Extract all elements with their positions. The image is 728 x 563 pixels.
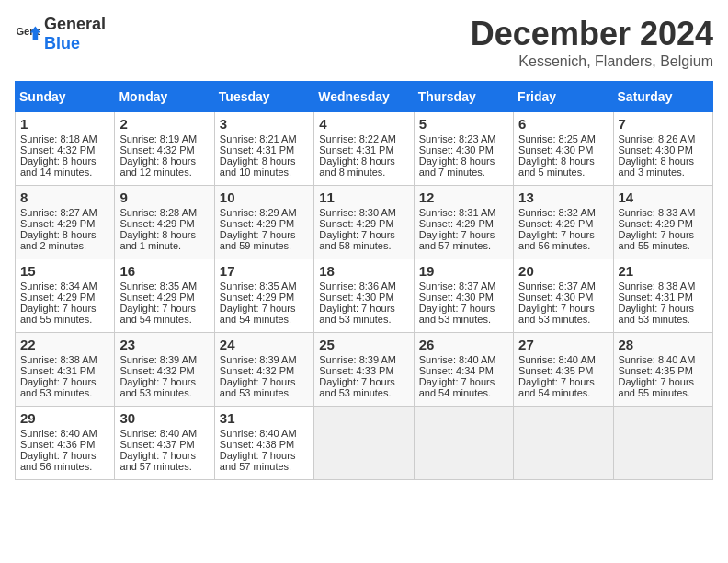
daylight-text: Daylight: 7 hours and 57 minutes. [119, 450, 196, 472]
sunset-text: Sunset: 4:30 PM [518, 292, 593, 303]
title-area: December 2024 Kessenich, Flanders, Belgi… [471, 15, 713, 70]
sunrise-text: Sunrise: 8:35 AM [119, 281, 197, 292]
sunrise-text: Sunrise: 8:27 AM [20, 207, 97, 218]
day-number: 24 [220, 337, 309, 352]
day-number: 14 [619, 190, 708, 205]
calendar-cell: 16Sunrise: 8:35 AMSunset: 4:29 PMDayligh… [115, 259, 214, 333]
calendar-cell: 14Sunrise: 8:33 AMSunset: 4:29 PMDayligh… [613, 186, 712, 259]
daylight-text: Daylight: 8 hours and 10 minutes. [220, 155, 296, 178]
day-number: 12 [419, 190, 508, 205]
sunset-text: Sunset: 4:30 PM [319, 292, 393, 303]
sunset-text: Sunset: 4:30 PM [619, 144, 693, 155]
day-number: 4 [319, 116, 408, 132]
day-number: 7 [619, 116, 708, 132]
day-number: 2 [119, 116, 209, 132]
sunset-text: Sunset: 4:29 PM [220, 218, 294, 229]
calendar-cell: 11Sunrise: 8:30 AMSunset: 4:29 PMDayligh… [314, 186, 414, 259]
sunrise-text: Sunrise: 8:21 AM [220, 133, 297, 144]
weekday-header: Tuesday [214, 82, 313, 112]
calendar-cell [314, 407, 414, 480]
calendar-cell: 20Sunrise: 8:37 AMSunset: 4:30 PMDayligh… [514, 259, 613, 333]
day-number: 6 [518, 116, 608, 132]
sunset-text: Sunset: 4:31 PM [619, 292, 693, 303]
calendar-cell [414, 407, 513, 480]
day-number: 28 [619, 337, 708, 352]
sunrise-text: Sunrise: 8:33 AM [619, 207, 696, 218]
sunset-text: Sunset: 4:29 PM [119, 218, 194, 229]
calendar-cell: 22Sunrise: 8:38 AMSunset: 4:31 PMDayligh… [16, 333, 115, 407]
sunset-text: Sunset: 4:29 PM [518, 218, 593, 229]
daylight-text: Daylight: 7 hours and 55 minutes. [20, 303, 97, 325]
weekday-header: Friday [514, 82, 613, 112]
weekday-header: Sunday [16, 82, 115, 112]
sunrise-text: Sunrise: 8:37 AM [518, 281, 596, 292]
day-number: 16 [119, 263, 209, 279]
daylight-text: Daylight: 7 hours and 54 minutes. [119, 303, 196, 325]
main-title: December 2024 [471, 15, 713, 53]
sunset-text: Sunset: 4:34 PM [419, 365, 494, 376]
day-number: 13 [518, 190, 608, 205]
calendar-cell [613, 407, 712, 480]
daylight-text: Daylight: 7 hours and 53 minutes. [619, 303, 695, 325]
sunrise-text: Sunrise: 8:26 AM [619, 133, 696, 144]
day-number: 30 [119, 410, 209, 426]
daylight-text: Daylight: 7 hours and 54 minutes. [419, 376, 495, 398]
calendar-week-row: 1Sunrise: 8:18 AMSunset: 4:32 PMDaylight… [16, 112, 713, 186]
daylight-text: Daylight: 8 hours and 14 minutes. [20, 155, 97, 178]
sunset-text: Sunset: 4:30 PM [518, 144, 593, 155]
calendar-cell: 3Sunrise: 8:21 AMSunset: 4:31 PMDaylight… [214, 112, 313, 186]
daylight-text: Daylight: 7 hours and 54 minutes. [518, 376, 595, 398]
logo: General General Blue [15, 15, 106, 53]
calendar-cell: 8Sunrise: 8:27 AMSunset: 4:29 PMDaylight… [16, 186, 115, 259]
calendar-cell: 15Sunrise: 8:34 AMSunset: 4:29 PMDayligh… [16, 259, 115, 333]
calendar-cell: 7Sunrise: 8:26 AMSunset: 4:30 PMDaylight… [613, 112, 712, 186]
calendar-week-row: 15Sunrise: 8:34 AMSunset: 4:29 PMDayligh… [16, 259, 713, 333]
day-number: 5 [419, 116, 508, 132]
day-number: 25 [319, 337, 408, 352]
day-number: 18 [319, 263, 408, 279]
day-number: 3 [220, 116, 309, 132]
calendar-cell: 24Sunrise: 8:39 AMSunset: 4:32 PMDayligh… [214, 333, 313, 407]
calendar-cell: 12Sunrise: 8:31 AMSunset: 4:29 PMDayligh… [414, 186, 513, 259]
day-number: 26 [419, 337, 508, 352]
daylight-text: Daylight: 8 hours and 12 minutes. [119, 155, 196, 178]
sunrise-text: Sunrise: 8:32 AM [518, 207, 596, 218]
sunrise-text: Sunrise: 8:39 AM [119, 354, 197, 365]
sunset-text: Sunset: 4:29 PM [319, 218, 393, 229]
calendar-cell: 29Sunrise: 8:40 AMSunset: 4:36 PMDayligh… [16, 407, 115, 480]
sunrise-text: Sunrise: 8:39 AM [220, 354, 297, 365]
calendar-cell: 4Sunrise: 8:22 AMSunset: 4:31 PMDaylight… [314, 112, 414, 186]
daylight-text: Daylight: 7 hours and 55 minutes. [619, 376, 695, 398]
sunset-text: Sunset: 4:35 PM [619, 365, 693, 376]
day-number: 23 [119, 337, 209, 352]
sunset-text: Sunset: 4:31 PM [220, 144, 294, 155]
day-number: 10 [220, 190, 309, 205]
daylight-text: Daylight: 7 hours and 55 minutes. [619, 229, 695, 251]
sunrise-text: Sunrise: 8:39 AM [319, 354, 396, 365]
daylight-text: Daylight: 7 hours and 56 minutes. [518, 229, 595, 251]
sunset-text: Sunset: 4:32 PM [220, 365, 294, 376]
daylight-text: Daylight: 8 hours and 3 minutes. [619, 155, 695, 178]
sunset-text: Sunset: 4:32 PM [119, 365, 194, 376]
day-number: 27 [518, 337, 608, 352]
daylight-text: Daylight: 8 hours and 2 minutes. [20, 229, 97, 251]
calendar-cell: 30Sunrise: 8:40 AMSunset: 4:37 PMDayligh… [115, 407, 214, 480]
sunrise-text: Sunrise: 8:40 AM [619, 354, 696, 365]
logo-icon: General [15, 21, 40, 47]
sunrise-text: Sunrise: 8:40 AM [220, 428, 297, 439]
sunset-text: Sunset: 4:38 PM [220, 439, 294, 450]
sunrise-text: Sunrise: 8:35 AM [220, 281, 297, 292]
calendar-week-row: 8Sunrise: 8:27 AMSunset: 4:29 PMDaylight… [16, 186, 713, 259]
sunrise-text: Sunrise: 8:36 AM [319, 281, 396, 292]
day-number: 9 [119, 190, 209, 205]
sunset-text: Sunset: 4:33 PM [319, 365, 393, 376]
sunset-text: Sunset: 4:29 PM [20, 292, 95, 303]
calendar-table: SundayMondayTuesdayWednesdayThursdayFrid… [15, 81, 713, 480]
sunset-text: Sunset: 4:35 PM [518, 365, 593, 376]
weekday-header: Wednesday [314, 82, 414, 112]
calendar-cell: 21Sunrise: 8:38 AMSunset: 4:31 PMDayligh… [613, 259, 712, 333]
daylight-text: Daylight: 7 hours and 56 minutes. [20, 450, 97, 472]
daylight-text: Daylight: 7 hours and 53 minutes. [319, 303, 395, 325]
sunset-text: Sunset: 4:29 PM [20, 218, 95, 229]
sunrise-text: Sunrise: 8:38 AM [619, 281, 696, 292]
